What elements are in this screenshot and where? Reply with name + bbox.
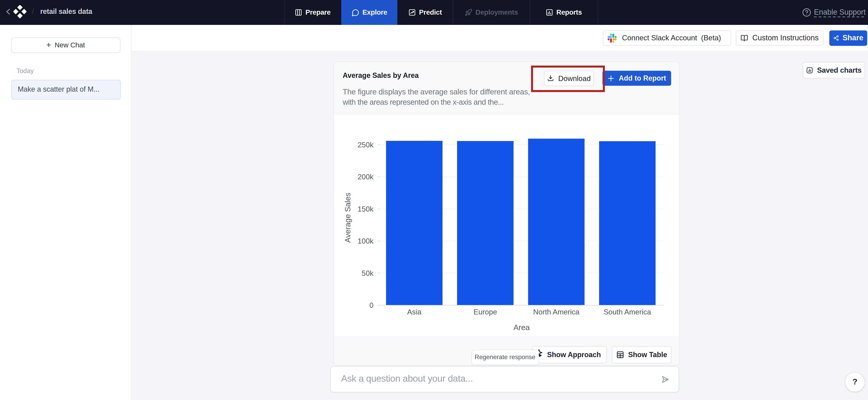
- svg-text:Average Sales: Average Sales: [343, 193, 352, 243]
- svg-text:Area: Area: [513, 323, 530, 332]
- svg-text:100k: 100k: [358, 237, 373, 245]
- svg-text:200k: 200k: [358, 173, 373, 181]
- svg-text:250k: 250k: [358, 141, 373, 149]
- svg-text:150k: 150k: [358, 205, 373, 213]
- svg-text:Asia: Asia: [407, 308, 421, 316]
- svg-text:0: 0: [369, 301, 373, 309]
- svg-text:50k: 50k: [362, 269, 373, 277]
- svg-text:South America: South America: [603, 308, 651, 316]
- svg-text:Europe: Europe: [473, 308, 497, 316]
- svg-text:North America: North America: [533, 308, 579, 316]
